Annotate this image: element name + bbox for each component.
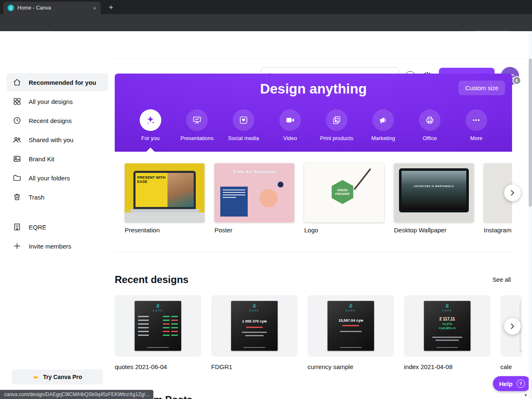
design-title[interactable]: cale [500, 363, 512, 370]
thumb-change-year: +143,86% г/г [424, 327, 470, 330]
crown-icon [32, 374, 39, 380]
for-you-circle [140, 109, 161, 131]
template-label[interactable]: Poster [214, 227, 232, 234]
hero-title: Design anything [115, 81, 512, 97]
recent-design-card[interactable]: Ƨ EQRE [115, 295, 201, 357]
category-presentations[interactable]: Presentations [186, 109, 208, 141]
wallpaper-caption: ADVENTURE IS WORTHWHILE [401, 185, 466, 187]
office-circle [419, 109, 441, 131]
sparkle-icon [145, 115, 156, 126]
template-suggestions-panel: PRESENT WITH EASE Presentation Pride Art… [115, 152, 512, 252]
sidebar-divider-gap [0, 207, 115, 217]
thumb-value: 2 117,11 [424, 317, 470, 321]
template-card-poster[interactable]: Pride Art Showcase [214, 163, 294, 222]
thumb-date-line [147, 347, 169, 348]
megaphone-icon [378, 115, 388, 125]
category-for-you[interactable]: For you [140, 109, 161, 141]
design-title[interactable]: index 2021-04-08 [404, 363, 453, 370]
people-icon [12, 135, 22, 144]
logo-badge: GREEN FRESHER [332, 180, 353, 204]
pen-graphic [354, 168, 372, 190]
recent-design-card[interactable]: Ƨ EQRE 10,597.04 сум [308, 295, 394, 357]
browser-tab[interactable]: C Home - Canva × [3, 2, 101, 14]
laptop-graphic: PRESENT WITH EASE [133, 171, 196, 209]
ellipsis-icon [471, 115, 481, 125]
mountain-wallpaper: ADVENTURE IS WORTHWHILE [401, 171, 466, 210]
chevron-right-icon [508, 188, 517, 197]
sidebar-item-folders[interactable]: All your folders [7, 169, 108, 187]
tab-title: Home - Canva [17, 5, 93, 11]
category-print-products[interactable]: Print products [326, 109, 347, 141]
template-card-presentation[interactable]: PRESENT WITH EASE [125, 163, 204, 222]
recent-designs-row: Ƨ EQRE quotes 2021-06-04 Ƨ [115, 295, 522, 372]
design-thumbnail: Ƨ EQRE 10,597.04 сум [328, 301, 374, 351]
design-title[interactable]: FDGR1 [211, 363, 232, 370]
sidebar-item-all-designs[interactable]: All your designs [7, 92, 108, 111]
custom-size-button[interactable]: Custom size [458, 81, 505, 95]
see-all-link[interactable]: See all [493, 276, 511, 283]
template-card-logo[interactable]: GREEN FRESHER [304, 163, 384, 222]
design-title[interactable]: currency sample [308, 363, 353, 370]
recent-scroll-right-button[interactable] [504, 318, 521, 335]
video-circle [279, 109, 301, 131]
category-social-media[interactable]: Social media [233, 109, 254, 141]
folder-icon [12, 173, 22, 182]
sidebar-item-invite-members[interactable]: Invite members [7, 237, 108, 255]
eqre-logo: Ƨ EQRE [424, 304, 470, 312]
poster-circle-shape [259, 189, 278, 207]
template-label[interactable]: Presentation [125, 227, 160, 234]
sidebar-item-brand-kit[interactable]: Brand Kit [7, 150, 108, 168]
thumb-date-line [340, 347, 362, 348]
thumb-change-day: +0,37% [424, 323, 470, 325]
sidebar-item-shared[interactable]: Shared with you [7, 131, 108, 149]
category-office[interactable]: Office [419, 109, 441, 141]
sidebar-item-team-eqre[interactable]: EQRE [7, 218, 108, 236]
design-thumbnail: Ƨ EQRE 2 117,11 +0,37% +143,86% г/г [424, 301, 470, 351]
poster-blue-block [220, 187, 248, 217]
try-canva-pro-button[interactable]: Try Canva Pro [12, 369, 103, 384]
recent-design-card[interactable]: Ƨ EQRE 1 005 370 сум [211, 295, 298, 357]
template-label[interactable]: Desktop Wallpaper [394, 227, 446, 234]
avatar-team-badge: E [512, 76, 521, 85]
building-icon [12, 222, 22, 232]
chevron-right-icon [508, 322, 517, 331]
template-label[interactable]: Logo [304, 227, 318, 234]
sidebar-item-recent[interactable]: Recent designs [7, 111, 108, 130]
template-card-desktop-wallpaper[interactable]: ADVENTURE IS WORTHWHILE [394, 163, 474, 222]
sidebar-item-recommended[interactable]: Recommended for you [7, 73, 108, 91]
category-video[interactable]: Video [279, 109, 301, 141]
poster-title-text: Pride Art Showcase [214, 169, 294, 175]
template-label[interactable]: Instagram [484, 227, 512, 234]
thumb-value: 10,597.04 сум [328, 318, 374, 323]
design-title[interactable]: quotes 2021-06-04 [115, 363, 167, 370]
close-tab-icon[interactable]: × [93, 5, 96, 11]
category-marketing[interactable]: Marketing [372, 109, 394, 141]
category-more[interactable]: More [466, 109, 487, 141]
scroll-down-arrow-icon[interactable]: ▼ [523, 392, 529, 398]
new-tab-button[interactable]: + [106, 2, 116, 13]
app-header: Canva Home Templates Features Learn Pric… [0, 31, 532, 59]
more-circle [466, 109, 487, 131]
video-camera-icon [285, 115, 295, 125]
trash-icon [12, 192, 22, 202]
tablet-graphic: ADVENTURE IS WORTHWHILE [399, 168, 469, 212]
help-button[interactable]: Help ? [493, 376, 531, 391]
eqre-logo: Ƨ EQRE [328, 304, 374, 312]
page-scrollbar[interactable] [529, 31, 532, 399]
scrollbar-thumb[interactable] [529, 59, 532, 207]
recent-design-card[interactable]: Ƨ EQRE 2 117,11 +0,37% +143,86% г/г [404, 295, 490, 357]
eqre-logo: Ƨ EQRE [135, 304, 181, 312]
templates-scroll-right-button[interactable] [504, 185, 521, 201]
hero-banner: Design anything Custom size For you Pres… [115, 74, 512, 152]
design-thumbnail: Ƨ EQRE [135, 301, 181, 351]
selected-category-notch [146, 148, 155, 152]
home-icon [12, 78, 22, 87]
brand-kit-icon [12, 154, 22, 163]
quotes-rows [138, 316, 178, 338]
poster-dot-shape [278, 182, 283, 187]
plus-icon [12, 241, 22, 251]
canva-favicon-icon: C [7, 5, 14, 11]
sidebar-item-trash[interactable]: Trash [7, 188, 108, 206]
thumb-date-line [244, 347, 265, 348]
thumb-red-line [246, 327, 263, 328]
